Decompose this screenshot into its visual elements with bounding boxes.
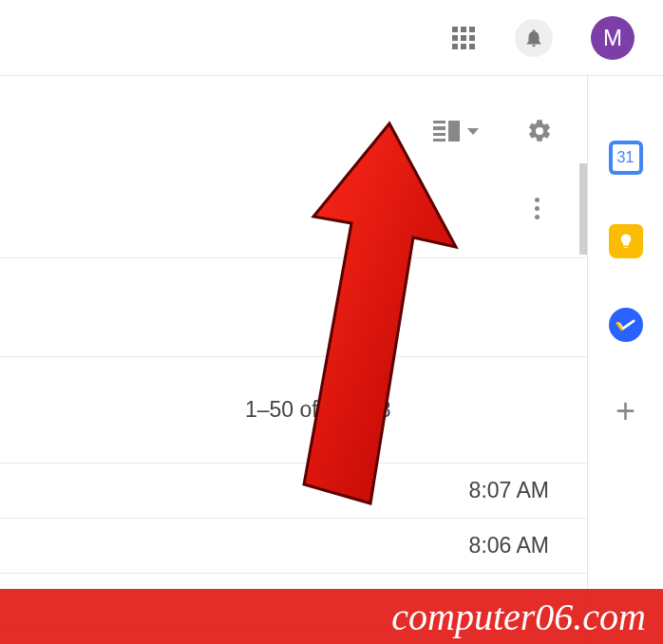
list-row	[0, 160, 587, 258]
pagination-info: 1–50 of 82,598	[0, 357, 587, 464]
email-time: 8:07 AM	[469, 478, 549, 503]
get-addons-plus-icon[interactable]: +	[616, 391, 635, 431]
watermark-text: computer06.com	[391, 595, 646, 639]
calendar-day-number: 31	[617, 149, 635, 166]
settings-gear-icon[interactable]	[526, 118, 553, 144]
tasks-icon[interactable]	[609, 308, 643, 342]
calendar-icon[interactable]: 31	[609, 141, 643, 175]
email-row[interactable]: 8:06 AM	[0, 519, 587, 574]
caret-down-icon	[467, 128, 479, 135]
account-avatar[interactable]: M	[591, 16, 635, 60]
main-area: 1–50 of 82,598 8:07 AM 8:06 AM 31 +	[0, 76, 663, 644]
keep-icon[interactable]	[609, 224, 643, 258]
notifications-bell-icon[interactable]	[515, 19, 553, 57]
side-panel: 31 +	[587, 76, 663, 644]
split-pane-icon	[433, 121, 460, 142]
email-time: 8:06 AM	[469, 533, 549, 559]
email-row[interactable]: 8:07 AM	[0, 464, 587, 519]
list-toolbar	[0, 103, 587, 160]
scrollbar-thumb[interactable]	[579, 163, 587, 255]
more-options-icon[interactable]	[524, 197, 549, 221]
content-panel: 1–50 of 82,598 8:07 AM 8:06 AM	[0, 76, 587, 644]
toggle-split-pane-button[interactable]	[433, 121, 479, 142]
avatar-initial: M	[603, 25, 622, 51]
global-header: M	[0, 0, 663, 76]
pagination-text: 1–50 of 82,598	[245, 397, 390, 423]
list-row	[0, 258, 587, 357]
google-apps-icon[interactable]	[450, 25, 477, 51]
watermark-banner: computer06.com	[0, 589, 663, 644]
